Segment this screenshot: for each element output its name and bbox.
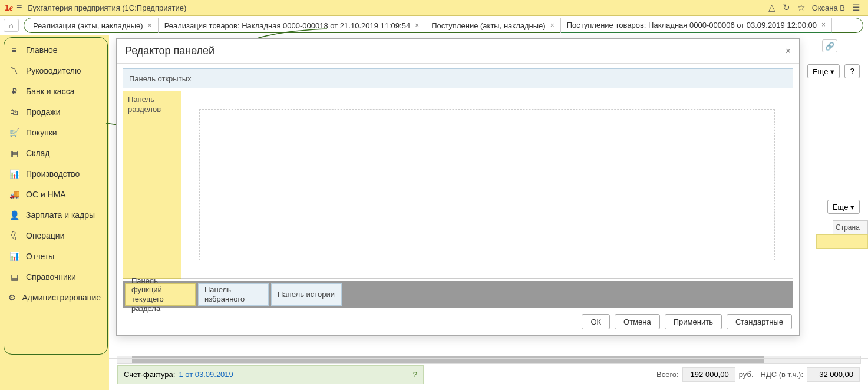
bag-icon: 🛍	[8, 107, 20, 117]
nav-label: Руководителю	[26, 66, 81, 75]
panel-editor-dialog: Редактор панелей × Панель открытых Панел…	[116, 38, 800, 336]
nav-operations[interactable]: ДтКтОперации	[0, 225, 109, 246]
nav-label: Отчеты	[26, 252, 54, 261]
table-row[interactable]	[816, 234, 868, 249]
truck-icon: 🚚	[8, 190, 20, 199]
panel-history[interactable]: Панель истории	[271, 283, 342, 306]
nav-label: Производство	[26, 169, 80, 179]
panel-favorites[interactable]: Панель избранного	[198, 283, 269, 306]
tab-label: Поступление товаров: Накладная 0000-0000…	[567, 21, 817, 29]
nav-manager[interactable]: 〽Руководителю	[0, 60, 109, 81]
nav-sales[interactable]: 🛍Продажи	[0, 101, 109, 122]
tab-realization-list[interactable]: Реализация (акты, накладные)×	[27, 18, 159, 33]
tab-realization-doc[interactable]: Реализация товаров: Накладная 0000-00001…	[159, 18, 426, 33]
help-button[interactable]: ?	[844, 64, 860, 78]
gear-icon: ⚙	[8, 293, 16, 302]
app-title: Бухгалтерия предприятия (1С:Предприятие)	[28, 4, 186, 12]
nav-assets[interactable]: 🚚ОС и НМА	[0, 184, 109, 204]
total-label: Всего:	[656, 370, 679, 379]
nav-label: Операции	[26, 231, 65, 240]
menu-icon[interactable]: ≡	[16, 2, 22, 13]
nav-label: Главное	[26, 45, 58, 55]
titlebar: 1e ≡ Бухгалтерия предприятия (1С:Предпри…	[0, 0, 868, 16]
nav-label: Администрирование	[22, 293, 101, 302]
home-button[interactable]: ⌂	[4, 19, 19, 32]
panel-sections[interactable]: Панель разделов	[123, 91, 181, 279]
factory-icon: 📊	[8, 169, 20, 179]
bottom-panels-strip: Панель функций текущего раздела Панель и…	[123, 281, 793, 308]
main-area: ≡Главное 〽Руководителю ₽Банк и касса 🛍Пр…	[0, 35, 868, 358]
tab-label: Реализация (акты, накладные)	[33, 21, 143, 30]
close-icon[interactable]: ×	[550, 21, 555, 29]
cancel-button[interactable]: Отмена	[615, 314, 660, 329]
settings-icon[interactable]: ☰	[852, 2, 860, 13]
apply-button[interactable]: Применить	[665, 314, 722, 329]
ok-button[interactable]: ОК	[582, 314, 610, 329]
nav-label: Продажи	[26, 107, 60, 117]
barchart-icon: 📊	[8, 252, 20, 261]
footer: Счет-фактура: 1 от 03.09.2019 ? Всего: 1…	[0, 358, 868, 390]
nav-bank[interactable]: ₽Банк и касса	[0, 81, 109, 101]
app-logo: 1e	[5, 3, 13, 13]
invoice-label: Счет-фактура:	[124, 370, 175, 379]
panel-label: Панель функций текущего раздела	[131, 276, 189, 313]
nav-hr[interactable]: 👤Зарплата и кадры	[0, 204, 109, 225]
star-icon[interactable]: ☆	[797, 2, 805, 13]
panel-label: Панель истории	[278, 290, 335, 299]
vat-label: НДС (в т.ч.):	[761, 370, 804, 379]
nav-admin[interactable]: ⚙Администрирование	[0, 287, 109, 308]
panel-label: Панель разделов	[128, 95, 161, 114]
panel-open-tabs[interactable]: Панель открытых	[123, 68, 793, 88]
panel-functions[interactable]: Панель функций текущего раздела	[125, 283, 196, 306]
nav-label: Справочники	[26, 272, 76, 282]
close-icon[interactable]: ×	[148, 21, 152, 29]
standard-button[interactable]: Стандартные	[727, 314, 792, 329]
link-button[interactable]: 🔗	[822, 39, 837, 52]
ruble-icon: ₽	[8, 87, 20, 96]
close-icon[interactable]: ×	[786, 46, 791, 57]
tab-receipt-doc[interactable]: Поступление товаров: Накладная 0000-0000…	[561, 18, 832, 33]
nav-label: Покупки	[26, 128, 57, 137]
close-icon[interactable]: ×	[415, 21, 419, 29]
content-area: 🔗 Еще ▾ ? Еще ▾ Страна Редактор панелей …	[109, 35, 868, 358]
dialog-title: Редактор панелей	[125, 45, 786, 57]
close-icon[interactable]: ×	[821, 21, 826, 29]
panel-label: Панель открытых	[129, 74, 191, 83]
sidebar: ≡Главное 〽Руководителю ₽Банк и касса 🛍Пр…	[0, 35, 109, 358]
vat-value: 32 000,00	[807, 367, 860, 382]
nav-label: ОС и НМА	[26, 190, 66, 199]
help-icon[interactable]: ?	[413, 370, 417, 379]
tab-label: Поступление (акты, накладные)	[431, 21, 545, 30]
invoice-box: Счет-фактура: 1 от 03.09.2019 ?	[117, 365, 424, 384]
nav-reports[interactable]: 📊Отчеты	[0, 246, 109, 266]
nav-label: Банк и касса	[26, 87, 74, 96]
nav-warehouse[interactable]: ▦Склад	[0, 143, 109, 163]
books-icon: ▤	[8, 272, 20, 282]
nav-purchases[interactable]: 🛒Покупки	[0, 122, 109, 143]
tab-label: Реализация товаров: Накладная 0000-00001…	[164, 21, 411, 30]
tab-receipt-list[interactable]: Поступление (акты, накладные)×	[425, 18, 560, 33]
history-icon[interactable]: ↻	[783, 2, 790, 13]
nav-production[interactable]: 📊Производство	[0, 163, 109, 184]
bars-icon: ≡	[8, 45, 20, 55]
nav-label: Склад	[26, 148, 50, 158]
currency-label: руб.	[739, 370, 754, 379]
nav-main[interactable]: ≡Главное	[0, 39, 109, 60]
total-value: 192 000,00	[682, 367, 735, 382]
more-button[interactable]: Еще ▾	[807, 64, 840, 78]
chart-icon: 〽	[8, 66, 20, 75]
panel-label: Панель избранного	[204, 285, 262, 303]
invoice-link[interactable]: 1 от 03.09.2019	[179, 370, 233, 379]
nav-label: Зарплата и кадры	[26, 210, 95, 220]
tabs-bar: ⌂ Реализация (акты, накладные)× Реализац…	[0, 16, 868, 35]
dtkt-icon: ДтКт	[8, 230, 20, 241]
more-button-2[interactable]: Еще ▾	[827, 200, 860, 214]
user-label[interactable]: Оксана В	[812, 4, 845, 12]
column-header-country: Страна	[833, 220, 868, 234]
panel-workspace[interactable]	[181, 91, 793, 279]
bell-icon[interactable]: △	[768, 2, 775, 13]
nav-references[interactable]: ▤Справочники	[0, 266, 109, 287]
grid-icon: ▦	[8, 148, 20, 158]
cart-icon: 🛒	[8, 128, 20, 137]
person-icon: 👤	[8, 210, 20, 220]
